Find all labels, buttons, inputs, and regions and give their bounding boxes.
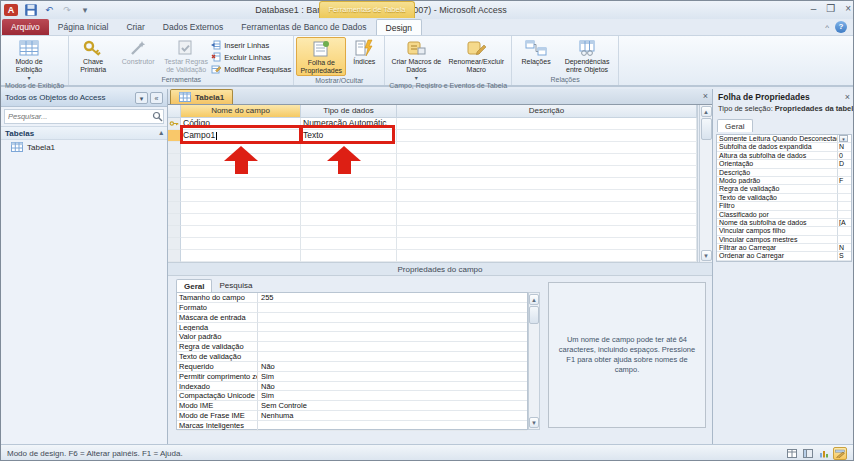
property-value[interactable]	[258, 332, 527, 342]
scrollbar-thumb[interactable]	[701, 118, 712, 140]
tab-ferramentas-banco[interactable]: Ferramentas de Banco de Dados	[232, 19, 375, 35]
row-selector[interactable]	[168, 238, 181, 250]
create-data-macros-button[interactable]: Criar Macros de Dados ▾	[387, 37, 445, 81]
scroll-down-icon[interactable]: ▼	[529, 417, 539, 428]
data-type-cell[interactable]	[301, 214, 397, 226]
property-value[interactable]: D	[838, 160, 851, 168]
dropdown-icon[interactable]: ▾	[839, 135, 848, 142]
row-selector[interactable]	[168, 226, 181, 238]
field-name-cell[interactable]	[181, 250, 301, 262]
qat-dropdown-icon[interactable]: ▾	[78, 4, 92, 17]
property-value[interactable]	[258, 323, 527, 333]
nav-pane-header[interactable]: Todos os Objetos do Access ▾ «	[1, 89, 167, 107]
chevron-up-icon[interactable]: ▴	[159, 129, 163, 137]
row-selector[interactable]	[168, 166, 181, 178]
property-value[interactable]	[838, 202, 851, 210]
description-cell[interactable]	[397, 142, 697, 154]
column-header-description[interactable]: Descrição	[397, 105, 697, 118]
description-cell[interactable]	[397, 178, 697, 190]
data-type-cell[interactable]	[301, 202, 397, 214]
restore-icon[interactable]: ❐	[826, 3, 835, 15]
field-name-cell[interactable]	[181, 178, 301, 190]
property-value[interactable]	[838, 227, 851, 235]
pivottable-view-icon[interactable]	[801, 447, 815, 460]
property-value[interactable]: N	[838, 244, 851, 252]
relationships-button[interactable]: Relações	[514, 37, 558, 66]
pivotchart-view-icon[interactable]	[817, 447, 831, 460]
property-value[interactable]	[258, 421, 527, 431]
description-cell[interactable]	[397, 118, 697, 130]
description-cell[interactable]	[397, 238, 697, 250]
property-value[interactable]	[258, 352, 527, 362]
property-value[interactable]: Sim	[258, 391, 527, 401]
description-cell[interactable]	[397, 130, 697, 142]
object-dependencies-button[interactable]: Dependências entre Objetos	[558, 37, 616, 74]
shutter-close-icon[interactable]: «	[150, 92, 163, 104]
help-icon[interactable]: ?	[835, 21, 847, 33]
scroll-up-icon[interactable]: ▲	[529, 294, 539, 305]
field-name-cell[interactable]	[181, 202, 301, 214]
nav-item-tabela1[interactable]: Tabela1	[1, 140, 167, 154]
delete-rows-button[interactable]: Excluir Linhas	[211, 52, 291, 62]
tab-design[interactable]: Design	[376, 19, 422, 35]
scrollbar-thumb[interactable]	[529, 306, 539, 324]
rename-delete-macro-button[interactable]: Renomear/Excluir Macro	[445, 37, 507, 74]
property-value[interactable]: Sem Controle	[258, 401, 527, 411]
property-value[interactable]	[838, 185, 851, 193]
property-value[interactable]	[838, 211, 851, 219]
property-value[interactable]: 0	[838, 152, 851, 160]
row-selector[interactable]	[168, 154, 181, 166]
document-tab-tabela1[interactable]: Tabela1	[170, 89, 233, 104]
row-selector[interactable]	[168, 190, 181, 202]
close-icon[interactable]: ×	[845, 3, 851, 15]
property-value[interactable]: S	[838, 252, 851, 260]
property-sheet-tab-geral[interactable]: Geral	[717, 119, 753, 132]
column-header-field-name[interactable]: Nome do campo	[181, 105, 301, 118]
modify-lookups-button[interactable]: Modificar Pesquisas	[211, 64, 291, 74]
tab-arquivo[interactable]: Arquivo	[2, 19, 49, 35]
property-sheet-button[interactable]: Folha de Propriedades	[296, 37, 346, 76]
undo-icon[interactable]: ↶	[42, 4, 56, 17]
nav-search-box[interactable]	[4, 109, 164, 124]
property-value[interactable]: [A	[838, 219, 851, 227]
tab-criar[interactable]: Criar	[117, 19, 153, 35]
nav-menu-dropdown-icon[interactable]: ▾	[135, 92, 148, 104]
property-value[interactable]	[258, 303, 527, 313]
property-value[interactable]: 255	[258, 293, 527, 303]
search-input[interactable]	[5, 112, 152, 121]
description-cell[interactable]	[397, 202, 697, 214]
property-value[interactable]	[838, 169, 851, 177]
field-name-cell[interactable]	[181, 238, 301, 250]
property-value[interactable]	[258, 342, 527, 352]
data-type-cell[interactable]	[301, 178, 397, 190]
description-cell[interactable]	[397, 214, 697, 226]
property-value[interactable]: ▾	[838, 135, 851, 143]
tab-pagina-inicial[interactable]: Página Inicial	[49, 19, 118, 35]
primary-key-button[interactable]: Chave Primária	[71, 37, 115, 74]
field-name-cell[interactable]	[181, 190, 301, 202]
datasheet-view-icon[interactable]	[785, 447, 799, 460]
nav-group-tabelas[interactable]: Tabelas ▴	[1, 126, 167, 140]
property-value[interactable]: Não	[258, 382, 527, 392]
minimize-icon[interactable]: –	[811, 3, 817, 15]
description-cell[interactable]	[397, 166, 697, 178]
data-type-cell[interactable]	[301, 250, 397, 262]
tab-dados-externos[interactable]: Dados Externos	[154, 19, 232, 35]
description-cell[interactable]	[397, 250, 697, 262]
tab-geral[interactable]: Geral	[176, 279, 212, 292]
property-value[interactable]: Sim	[258, 372, 527, 382]
test-validation-button[interactable]: Testar Regras de Validação	[161, 37, 211, 74]
data-type-cell[interactable]	[301, 226, 397, 238]
property-value[interactable]: Nenhuma	[258, 411, 527, 421]
property-value[interactable]: Não	[258, 362, 527, 372]
field-properties-scrollbar[interactable]: ▲ ▼	[528, 292, 540, 430]
column-header-data-type[interactable]: Tipo de dados	[301, 105, 397, 118]
property-value[interactable]	[258, 313, 527, 323]
indexes-button[interactable]: Índices	[346, 37, 382, 66]
close-document-icon[interactable]: ×	[703, 91, 708, 101]
row-selector[interactable]	[168, 178, 181, 190]
save-icon[interactable]	[24, 4, 38, 17]
data-type-cell[interactable]	[301, 190, 397, 202]
design-grid-scrollbar[interactable]: ▲ ▼	[699, 105, 712, 262]
data-type-cell[interactable]	[301, 238, 397, 250]
